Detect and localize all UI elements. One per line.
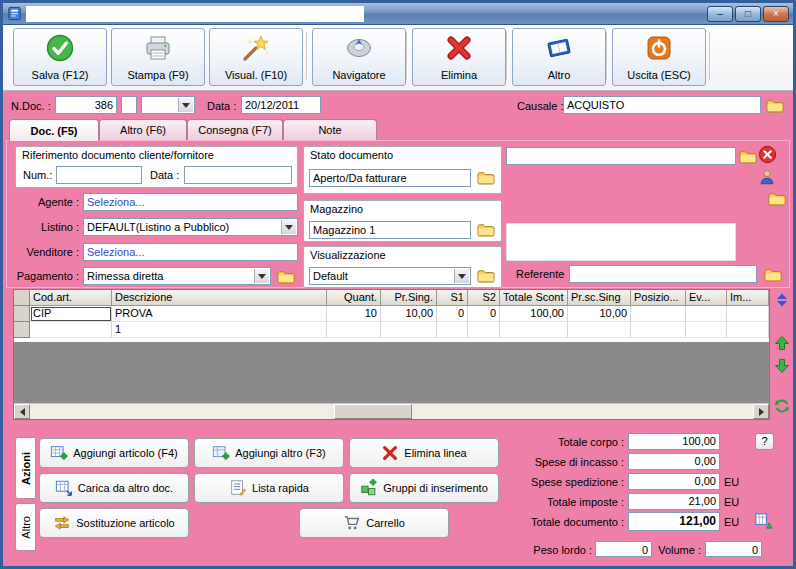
other-button[interactable]: Altro — [512, 28, 606, 86]
grid-header-cell[interactable]: Posizio... — [631, 290, 686, 306]
grid-cell[interactable] — [381, 322, 437, 338]
add-other-button[interactable]: Aggiungi altro (F3) — [194, 438, 344, 468]
grid-header-cell[interactable]: Pr.sc.Sing — [568, 290, 631, 306]
grid-header-cell[interactable]: Totale Scont — [500, 290, 568, 306]
causale-input[interactable]: ACQUISTO — [563, 96, 761, 114]
add-article-button[interactable]: Aggiungi articolo (F4) — [39, 438, 189, 468]
ndoc-input[interactable]: 386 — [55, 96, 117, 114]
clear-cliente-button[interactable] — [758, 145, 776, 163]
magazzino-folder-button[interactable] — [476, 220, 496, 238]
grid-cell[interactable]: 1 — [112, 322, 327, 338]
navigator-button[interactable]: Navigatore — [312, 28, 406, 86]
grid-header-cell[interactable]: Cod.art. — [30, 290, 112, 306]
pagamento-folder-button[interactable] — [276, 267, 296, 285]
tab-altro[interactable]: Altro (F6) — [99, 119, 187, 140]
grid-cell[interactable] — [727, 322, 769, 338]
help-button[interactable]: ? — [755, 433, 774, 450]
scroll-thumb[interactable] — [334, 404, 412, 419]
grid-header-cell[interactable]: Ev... — [686, 290, 727, 306]
grid-horizontal-scrollbar[interactable] — [14, 403, 769, 419]
row-selector-cell[interactable] — [14, 322, 30, 338]
title-bar[interactable]: – □ × — [3, 3, 793, 25]
grid-row[interactable]: 1 — [14, 322, 769, 338]
tab-doc[interactable]: Doc. (F5) — [9, 119, 99, 141]
grid-cell[interactable]: 0 — [437, 306, 468, 322]
grid-cell[interactable] — [568, 322, 631, 338]
pagamento-dropdown[interactable]: Rimessa diretta — [83, 267, 271, 285]
grid-cell[interactable] — [468, 322, 500, 338]
referente-folder-button[interactable] — [763, 265, 783, 283]
print-button[interactable]: Stampa (F9) — [111, 28, 205, 86]
doc-type-dropdown[interactable] — [141, 96, 195, 114]
date-input[interactable]: 20/12/2011 — [241, 96, 321, 114]
move-line-up-button[interactable] — [774, 335, 792, 353]
row-selector-cell[interactable] — [14, 306, 30, 322]
grid-header-cell[interactable]: Im... — [727, 290, 769, 306]
referente-input[interactable] — [569, 265, 757, 283]
actions-tab-altro[interactable]: Altro — [15, 503, 36, 551]
grid-cell[interactable] — [30, 322, 112, 338]
grid-cell[interactable]: 100,00 — [500, 306, 568, 322]
visualizzazione-folder-button[interactable] — [476, 266, 496, 284]
num-input[interactable] — [56, 166, 142, 184]
causale-folder-button[interactable] — [765, 96, 785, 114]
grid-cell[interactable] — [327, 322, 381, 338]
load-from-doc-button[interactable]: Carica da altro doc. — [39, 473, 189, 503]
magazzino-field[interactable]: Magazzino 1 — [309, 221, 471, 239]
listino-dropdown[interactable]: DEFAULT(Listino a Pubblico) — [83, 218, 298, 236]
replace-article-button[interactable]: Sostituzione articolo — [39, 508, 189, 538]
visualizzazione-dropdown[interactable]: Default — [309, 267, 471, 285]
grid-cell[interactable]: 10,00 — [568, 306, 631, 322]
grid-header-cell[interactable]: Pr.Sing. — [381, 290, 437, 306]
grid-cell[interactable] — [686, 322, 727, 338]
grid-cell[interactable]: 10 — [327, 306, 381, 322]
save-button[interactable]: Salva (F12) — [13, 28, 107, 86]
grid-header-cell[interactable]: Quant. — [327, 290, 381, 306]
volume-input[interactable]: 0 — [705, 541, 762, 557]
preview-button[interactable]: Visual. (F10) — [209, 28, 303, 86]
cliente-input[interactable] — [506, 147, 736, 165]
grid-row[interactable]: CIP PROVA 10 10,00 0 0 100,00 10,00 — [14, 306, 769, 322]
maximize-button[interactable]: □ — [735, 6, 761, 22]
agente-select-field[interactable]: Seleziona... — [83, 193, 298, 211]
ndoc-suffix-input[interactable] — [121, 96, 137, 114]
grid-header-cell[interactable]: Descrizione — [112, 290, 327, 306]
peso-lordo-input[interactable]: 0 — [595, 541, 652, 557]
stato-folder-button[interactable] — [476, 168, 496, 186]
tab-consegna[interactable]: Consegna (F7) — [187, 119, 283, 140]
refresh-grid-button[interactable] — [774, 398, 792, 416]
stato-field[interactable]: Aperto/Da fatturare — [309, 169, 471, 187]
delete-line-button[interactable]: Elimina linea — [349, 438, 499, 468]
attachments-folder-button[interactable] — [767, 189, 787, 207]
grid-cell[interactable] — [727, 306, 769, 322]
contact-person-button[interactable] — [758, 168, 776, 186]
move-line-down-button[interactable] — [774, 358, 792, 376]
actions-tab-azioni[interactable]: Azioni — [15, 437, 36, 499]
close-button[interactable]: × — [763, 6, 789, 22]
grid-cell[interactable] — [686, 306, 727, 322]
quick-list-button[interactable]: Lista rapida — [194, 473, 344, 503]
rif-data-input[interactable] — [184, 166, 292, 184]
scroll-right-button[interactable] — [753, 404, 769, 419]
grid-cell[interactable] — [631, 306, 686, 322]
grid-cell[interactable]: CIP — [30, 306, 112, 322]
grid-cell[interactable]: 10,00 — [381, 306, 437, 322]
grid-header-cell[interactable]: S2 — [468, 290, 500, 306]
minimize-button[interactable]: – — [707, 6, 733, 22]
cart-button[interactable]: Carrello — [299, 508, 449, 538]
recalculate-button[interactable] — [754, 512, 772, 530]
grid-header-cell[interactable]: S1 — [437, 290, 468, 306]
sort-rows-button[interactable] — [774, 292, 792, 310]
exit-button[interactable]: Uscita (ESC) — [612, 28, 706, 86]
tab-note[interactable]: Note — [283, 119, 377, 140]
grid-cell[interactable]: 0 — [468, 306, 500, 322]
delete-button[interactable]: Elimina — [412, 28, 506, 86]
venditore-select-field[interactable]: Seleziona... — [83, 243, 298, 261]
cliente-folder-button[interactable] — [738, 147, 758, 165]
grid-cell[interactable] — [631, 322, 686, 338]
grid-cell[interactable] — [500, 322, 568, 338]
grid-cell[interactable] — [437, 322, 468, 338]
grid-cell[interactable]: PROVA — [112, 306, 327, 322]
insert-groups-button[interactable]: Gruppi di inserimento — [349, 473, 499, 503]
scroll-left-button[interactable] — [14, 404, 30, 419]
